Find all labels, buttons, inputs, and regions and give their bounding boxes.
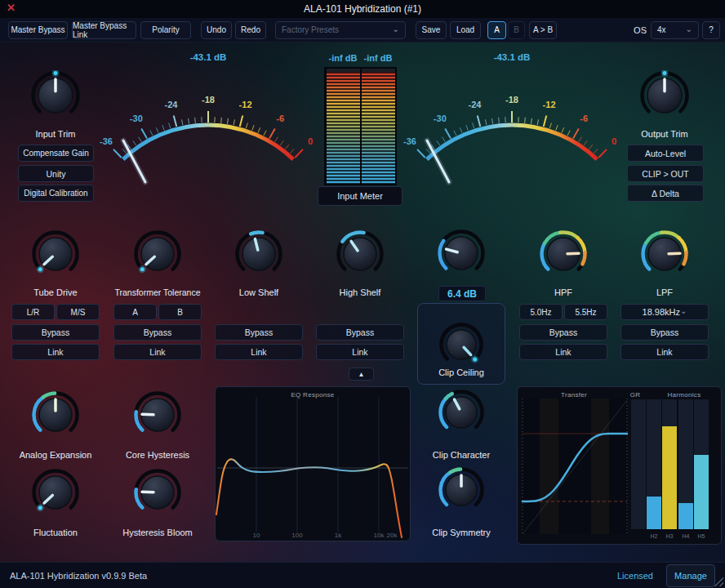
hpf-link-button[interactable]: Link [519, 344, 607, 360]
hpf-label: HPF [513, 287, 614, 297]
input-trim-label: Input Trim [5, 129, 106, 139]
load-button[interactable]: Load [450, 21, 481, 39]
oversampling-dropdown[interactable]: 4x ⌄ [651, 21, 699, 39]
svg-text:-12: -12 [239, 100, 252, 109]
svg-text:1k: 1k [335, 532, 342, 539]
tube-drive-link-button[interactable]: Link [11, 344, 100, 360]
svg-text:-24: -24 [164, 100, 178, 109]
high-shelf-link-button[interactable]: Link [316, 344, 404, 360]
lpf-link-button[interactable]: Link [620, 344, 709, 360]
tube-drive-lr-button[interactable]: L/R [11, 304, 55, 320]
clip-ceiling-label: Clip Ceiling [411, 368, 512, 377]
lpf-freq-dropdown[interactable]: 18.98kHz ⌄ [620, 304, 709, 320]
input-meter-button[interactable]: Input Meter [318, 186, 403, 206]
polarity-button[interactable]: Polarity [140, 21, 191, 39]
svg-text:-6: -6 [276, 114, 284, 123]
clip-ceiling-knob[interactable] [438, 322, 484, 371]
svg-text:H3: H3 [666, 533, 674, 539]
master-bypass-link-button[interactable]: Master Bypass Link [72, 21, 136, 39]
svg-text:-18: -18 [202, 95, 215, 105]
svg-text:-12: -12 [543, 100, 556, 109]
high-shelf-label: High Shelf [309, 287, 411, 297]
left-vu-meter: -36-30-24-18-12-60 [96, 69, 321, 195]
svg-text:-6: -6 [580, 114, 588, 123]
manage-button[interactable]: Manage [666, 564, 715, 587]
delta-button[interactable]: Δ Delta [627, 185, 704, 202]
svg-text:-18: -18 [505, 95, 518, 105]
transformer-link-button[interactable]: Link [113, 344, 202, 360]
svg-text:H5: H5 [698, 533, 705, 539]
clip-drive-knob[interactable] [437, 229, 486, 281]
input-bar-meters [324, 67, 397, 185]
compensate-gain-button[interactable]: Compensate Gain [18, 145, 94, 162]
close-icon[interactable]: ✕ [7, 2, 16, 14]
eq-response-chart: 101001k10k20k [216, 387, 410, 541]
preset-dropdown-value: Factory Presets [282, 25, 339, 34]
transfer-panel: H2H3H4H5 [517, 386, 722, 545]
svg-text:-30: -30 [434, 114, 447, 123]
digital-calibration-button[interactable]: Digital Calibration [18, 185, 94, 202]
analog-expansion-label: Analog Expansion [5, 450, 106, 460]
eq-response-title: EQ Response [264, 391, 362, 399]
chevron-down-icon: ⌄ [393, 24, 399, 33]
input-trim-knob[interactable] [30, 70, 81, 124]
hpf-bypass-button[interactable]: Bypass [519, 324, 607, 341]
tube-drive-knob[interactable] [31, 229, 80, 282]
transfer-harmonics-chart: H2H3H4H5 [518, 387, 721, 544]
gr-title: GR [625, 391, 645, 399]
low-shelf-knob[interactable] [234, 229, 283, 282]
preset-dropdown[interactable]: Factory Presets ⌄ [275, 21, 406, 39]
bar-meter-right [362, 69, 395, 184]
low-shelf-bypass-button[interactable]: Bypass [215, 324, 303, 341]
help-button[interactable]: ? [702, 21, 720, 39]
clip-character-knob[interactable] [438, 389, 485, 439]
transfer-title: Transfer [541, 391, 607, 399]
analog-expansion-knob[interactable] [31, 390, 80, 443]
clip-symmetry-label: Clip Symmetry [411, 528, 512, 537]
high-shelf-bypass-button[interactable]: Bypass [316, 324, 404, 341]
save-button[interactable]: Save [416, 21, 447, 39]
fluctuation-knob[interactable] [31, 468, 80, 520]
hpf-freq-b-button[interactable]: 5.5Hz [564, 304, 607, 320]
hysteresis-bloom-knob[interactable] [133, 468, 182, 520]
status-bar: ALA-101 Hybridization v0.9.9 Beta Licens… [0, 562, 725, 588]
svg-text:20k: 20k [387, 532, 398, 539]
tube-drive-ms-button[interactable]: M/S [56, 304, 100, 320]
master-bypass-button[interactable]: Master Bypass [8, 21, 68, 39]
transformer-bypass-button[interactable]: Bypass [113, 324, 202, 341]
svg-text:100: 100 [291, 532, 303, 539]
undo-button[interactable]: Undo [201, 21, 232, 39]
lpf-knob[interactable] [640, 229, 689, 282]
auto-level-button[interactable]: Auto-Level [627, 145, 704, 162]
fluctuation-label: Fluctuation [5, 528, 106, 537]
oversampling-label: OS [634, 25, 647, 35]
toolbar: Master Bypass Master Bypass Link Polarit… [0, 18, 725, 42]
unity-button[interactable]: Unity [18, 165, 94, 182]
clip-drive-value[interactable]: 6.4 dB [438, 286, 486, 301]
bar-meter-right-value: -inf dB [354, 53, 403, 63]
output-trim-knob[interactable] [639, 70, 690, 124]
clip-to-out-button[interactable]: CLIP > OUT [627, 165, 704, 182]
hysteresis-bloom-label: Hysteresis Bloom [107, 528, 208, 537]
clip-character-label: Clip Character [411, 450, 512, 460]
hpf-freq-a-button[interactable]: 5.0Hz [519, 304, 563, 320]
licensed-text: Licensed [617, 571, 653, 581]
redo-button[interactable]: Redo [235, 21, 266, 39]
svg-text:0: 0 [308, 136, 313, 146]
a-to-b-button[interactable]: A > B [529, 21, 557, 39]
ab-b-button[interactable]: B [508, 21, 525, 39]
hpf-knob[interactable] [539, 229, 588, 282]
transformer-tolerance-knob[interactable] [133, 229, 182, 282]
transformer-b-button[interactable]: B [158, 304, 202, 320]
high-shelf-knob[interactable] [336, 229, 385, 282]
ab-a-button[interactable]: A [487, 21, 506, 39]
transformer-a-button[interactable]: A [113, 304, 157, 320]
transformer-tolerance-label: Transformer Tolerance [107, 287, 208, 297]
core-hysteresis-knob[interactable] [133, 390, 182, 443]
clip-symmetry-knob[interactable] [438, 466, 485, 517]
low-shelf-link-button[interactable]: Link [215, 344, 303, 360]
tube-drive-bypass-button[interactable]: Bypass [11, 324, 100, 341]
expand-arrow-button[interactable]: ▲ [349, 368, 374, 381]
core-hysteresis-label: Core Hysteresis [107, 450, 208, 460]
lpf-bypass-button[interactable]: Bypass [620, 324, 709, 341]
